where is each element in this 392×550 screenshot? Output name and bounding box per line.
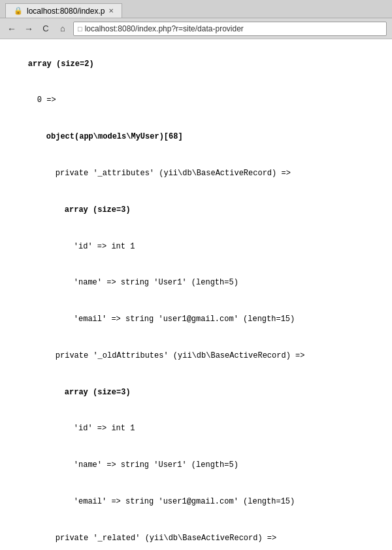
user0-old-attr-email: 'email' => string 'user1@gmail.com' (len…: [55, 483, 383, 520]
tab-icon: 🔒: [14, 7, 23, 15]
content-area: array (size=2) 0 => object(app\models\My…: [0, 39, 392, 550]
user0-attributes-array: array (size=3): [46, 192, 383, 228]
user0-related-label: private '_related' (yii\db\BaseActiveRec…: [37, 520, 383, 550]
refresh-button[interactable]: C: [39, 22, 52, 35]
home-button[interactable]: ⌂: [56, 22, 69, 35]
address-bar: ← → C ⌂ □ localhost:8080/index.php?r=sit…: [0, 18, 392, 39]
url-lock-icon: □: [78, 25, 82, 33]
url-bar[interactable]: □ localhost:8080/index.php?r=site/data-p…: [73, 22, 387, 36]
user0-attr-id: 'id' => int 1: [55, 228, 383, 265]
user0-old-attributes-array: array (size=3): [46, 374, 383, 411]
user0-old-attr-name: 'name' => string 'User1' (length=5): [55, 447, 383, 484]
forward-button[interactable]: →: [22, 22, 35, 35]
user0-old-attr-id: 'id' => int 1: [55, 411, 383, 447]
user0-index: 0 =>: [18, 82, 383, 119]
user0-attr-email: 'email' => string 'user1@gmail.com' (len…: [55, 301, 383, 337]
user0-class: object(app\models\MyUser)[68]: [27, 119, 383, 156]
array-title: array (size=2): [9, 46, 383, 82]
user0-attributes-label: private '_attributes' (yii\db\BaseActive…: [37, 155, 383, 192]
browser-tab[interactable]: 🔒 localhost:8080/index.p ✕: [5, 3, 122, 18]
tab-area: 🔒 localhost:8080/index.p ✕: [5, 0, 122, 18]
title-bar: 🔒 localhost:8080/index.p ✕: [0, 0, 392, 18]
user0-old-attributes-label: private '_oldAttributes' (yii\db\BaseAct…: [37, 337, 383, 374]
url-text: localhost:8080/index.php?r=site/data-pro…: [85, 24, 244, 33]
back-button[interactable]: ←: [5, 22, 18, 35]
user0-attr-name: 'name' => string 'User1' (length=5): [55, 265, 383, 301]
tab-close-icon[interactable]: ✕: [108, 7, 114, 14]
tab-label: localhost:8080/index.p: [27, 7, 105, 16]
